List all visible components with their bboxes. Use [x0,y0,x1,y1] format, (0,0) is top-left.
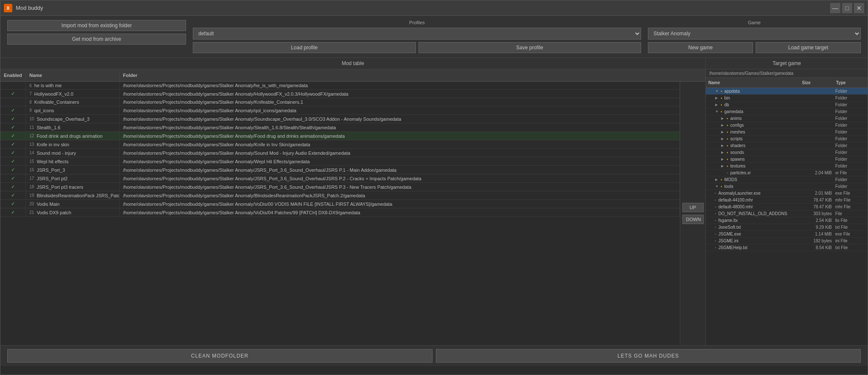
table-row[interactable]: ✓ 13Knife in inv skin /home/olavstornes/… [0,140,680,149]
load-profile-button[interactable]: Load profile [193,42,416,53]
table-row[interactable]: ✓ 11Stealth_1.6 /home/olavstornes/Projec… [0,123,680,132]
tree-item[interactable]: ▶ ▪ db Folder [706,102,868,108]
tree-item[interactable]: ▶ ▪ configs Folder [706,122,868,129]
lets-go-button[interactable]: LETS GO MAH DUDES [436,349,861,363]
table-row[interactable]: ✓ 15Wepl hit effects /home/olavstornes/P… [0,157,680,166]
table-body[interactable]: 6he is with me /home/olavstornes/Project… [0,82,680,345]
tree-item-size: 1.14 MiB [799,231,834,237]
table-row[interactable]: 6he is with me /home/olavstornes/Project… [0,82,680,90]
row-name: 15Wepl hit effects [26,157,120,165]
tree-item-type: Folder [834,115,868,122]
tree-item[interactable]: ▶ ▪ scripts Folder [706,136,868,142]
tree-item[interactable]: ▫ JSGMEHelp.txt 8.54 KiB txt File [706,244,868,251]
row-enabled [0,98,26,106]
game-label: Game [648,20,861,25]
tree-item-size: 8.54 KiB [799,244,834,251]
down-button[interactable]: DOWN [682,215,704,224]
table-row[interactable]: ✓ 20Vodis Main /home/olavstornes/Project… [0,200,680,208]
table-row[interactable]: ✓ 12Food drink and drugs animation /home… [0,132,680,140]
tree-item[interactable]: ▫ JSGME.ini 192 bytes ini File [706,238,868,244]
row-name: 21Vodis DX9 patch [26,208,120,216]
tree-item[interactable]: ▼ ▪ gamedata Folder [706,108,868,115]
row-name: 14Sound mod - injury [26,149,120,157]
table-row[interactable]: ✓ 9qol_icons /home/olavstornes/Projects/… [0,106,680,115]
tree-item[interactable]: ▫ fsgame.ltx 2.54 KiB ltx File [706,217,868,224]
row-enabled: ✓ [0,90,26,98]
tree-item-type: File [834,210,868,217]
new-game-button[interactable]: New game [648,42,753,53]
tree-item[interactable]: ▶ ▪ sounds Folder [706,149,868,156]
profile-select[interactable]: default [193,28,641,40]
up-button[interactable]: UP [682,203,704,212]
tree-item[interactable]: ▶ ▪ textures Folder [706,163,868,170]
tree-item[interactable]: ▫ AnomalyLauncher.exe 2.01 MiB exe File [706,190,868,197]
tree-item-type: txt File [834,224,868,230]
tree-item[interactable]: ▫ JoneSoft.txt 9.29 KiB txt File [706,224,868,231]
row-folder: /home/olavstornes/Projects/modbuddy/game… [120,140,680,148]
row-enabled: ✓ [0,208,26,216]
tree-item[interactable]: ▫ default-44100.mhr 78.47 KiB mhr File [706,197,868,204]
tree-item-size: 192 bytes [799,238,834,244]
game-select[interactable]: Stalker Anomaly [648,28,861,40]
tree-item-size [799,102,834,108]
tree-item-type: Folder [834,176,868,183]
tree-item[interactable]: ▫ default-48000.mhr 78.47 KiB mhr File [706,204,868,210]
save-profile-button[interactable]: Save profile [418,42,642,53]
tree-item-name: ▼ ▪ gamedata [706,108,799,115]
tree-item-size [799,129,834,135]
table-row[interactable]: ✓ 17JSRS_Port pt2 /home/olavstornes/Proj… [0,174,680,183]
get-from-archive-button[interactable]: Get mod from archive [7,34,186,45]
expand-arrow-icon: ▶ [721,144,725,148]
table-row[interactable]: ✓ 10Soundscape_Overhaul_3 /home/olavstor… [0,115,680,123]
tree-item-size: 2.54 KiB [799,217,834,224]
table-row[interactable]: ✓ 14Sound mod - injury /home/olavstornes… [0,149,680,157]
tree-item[interactable]: ▶ ▪ shaders Folder [706,142,868,149]
tree-item[interactable]: ▶ ▪ bin Folder [706,95,868,102]
file-tree-header: Name Size Type [706,78,868,88]
main-content: Mod table Enabled Name Folder 6he is wit… [0,58,868,345]
tree-item-name: ▫ JSGMEHelp.txt [706,244,799,251]
target-path: /home/olavstornes/Games/Stalker/gamedata [706,69,868,78]
file-tree[interactable]: ▼ ▪ appdata Folder ▶ ▪ bin Folder ▶ ▪ db… [706,88,868,345]
tree-col-type: Type [834,79,868,86]
row-folder: /home/olavstornes/Projects/modbuddy/game… [120,183,680,191]
maximize-button[interactable]: □ [842,3,852,13]
tree-item[interactable]: ▫ DO_NOT_INSTALL_OLD_ADDONS 303 bytes Fi… [706,210,868,217]
tree-item-size [799,136,834,142]
row-name: 13Knife in inv skin [26,140,120,148]
table-row[interactable]: ✓ 18JSRS_Port pt3 tracers /home/olavstor… [0,183,680,191]
table-row[interactable]: ✓ 16JSRS_Port_3 /home/olavstornes/Projec… [0,166,680,174]
tree-item[interactable]: ▶ ▪ meshes Folder [706,129,868,136]
tree-item-size [799,183,834,190]
folder-icon: ▪ [727,130,728,134]
tree-item[interactable]: ▶ ▪ spawns Folder [706,156,868,163]
tree-item-size: 2.01 MiB [799,190,834,196]
tree-item[interactable]: ▼ ▪ appdata Folder [706,88,868,95]
tree-item-type: ini File [834,238,868,244]
row-name: 20Vodis Main [26,200,120,208]
load-game-target-button[interactable]: Load game target [756,42,861,53]
tree-item[interactable]: ▼ ▪ tools Folder [706,183,868,190]
row-name: 16JSRS_Port_3 [26,166,120,174]
table-row[interactable]: ✓ 19BlindsidesReanimationPack JSRS_Patch… [0,191,680,200]
table-row[interactable]: 8Knifeable_Containers /home/olavstornes/… [0,98,680,106]
folder-icon: ▪ [727,150,728,155]
table-row[interactable]: ✓ 21Vodis DX9 patch /home/olavstornes/Pr… [0,208,680,217]
import-mod-button[interactable]: Import mod from existing folder [7,20,186,31]
tree-item-type: Folder [834,95,868,101]
tree-item-name: ▶ ▪ scripts [706,136,799,142]
row-enabled: ✓ [0,191,26,199]
row-name: 7HollywoodFX_v2.0 [26,90,120,98]
row-folder: /home/olavstornes/Projects/modbuddy/game… [120,149,680,157]
row-enabled: ✓ [0,149,26,157]
tree-item[interactable]: ▶ ▪ MODS Folder [706,176,868,183]
row-name: 9qol_icons [26,106,120,114]
tree-item[interactable]: ▫ JSGME.exe 1.14 MiB exe File [706,231,868,238]
table-row[interactable]: ✓ 7HollywoodFX_v2.0 /home/olavstornes/Pr… [0,90,680,98]
clean-modfolder-button[interactable]: CLEAN MODFOLDER [7,349,433,363]
tree-item[interactable]: ▫ particles.xr 2.04 MiB xr File [706,170,868,176]
close-button[interactable]: ✕ [854,3,864,13]
minimize-button[interactable]: — [830,3,840,13]
tree-item[interactable]: ▶ ▪ anims Folder [706,115,868,122]
tree-item-type: txt File [834,244,868,251]
